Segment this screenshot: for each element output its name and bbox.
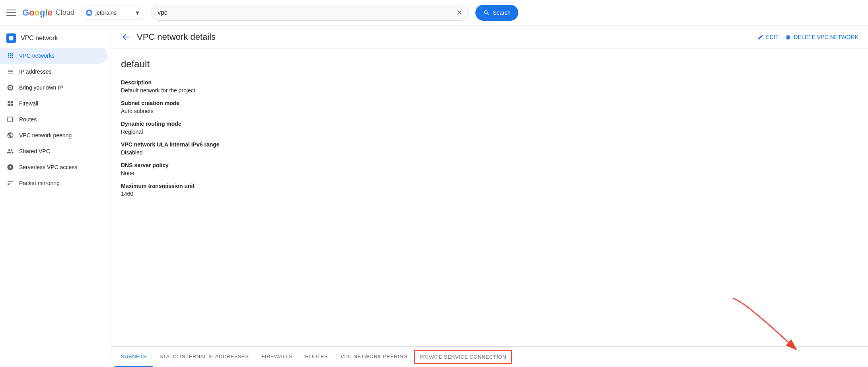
- delete-label: DELETE VPC NETWORK: [794, 34, 858, 40]
- description-label: Description: [121, 79, 858, 86]
- ip-addresses-icon: [6, 68, 14, 76]
- edit-label: EDIT: [766, 34, 779, 40]
- search-button-label: Search: [493, 10, 510, 16]
- vpc-networks-icon: [6, 52, 14, 60]
- content-header: VPC network details EDIT DELETE VPC NETW…: [111, 25, 868, 49]
- delete-vpc-button[interactable]: DELETE VPC NETWORK: [785, 34, 858, 40]
- sidebar-item-ip-label: IP addresses: [19, 68, 51, 75]
- search-clear-icon[interactable]: ✕: [456, 8, 462, 17]
- svg-point-1: [10, 87, 12, 89]
- sidebar-item-bring-your-own-ip[interactable]: Bring your own IP: [0, 80, 108, 96]
- subnet-mode-label: Subnet creation mode: [121, 100, 858, 106]
- content-area: VPC network details EDIT DELETE VPC NETW…: [111, 25, 868, 367]
- vpc-network-icon: [6, 33, 16, 43]
- cloud-text: Cloud: [56, 8, 74, 17]
- sidebar-item-vpc-networks[interactable]: VPC networks: [0, 48, 108, 64]
- sidebar-item-firewall-label: Firewall: [19, 100, 38, 107]
- sidebar-item-firewall[interactable]: Firewall: [0, 96, 108, 111]
- detail-subnet-mode: Subnet creation mode Auto subnets: [121, 100, 858, 114]
- routes-icon: [6, 115, 14, 123]
- sidebar-item-serverless-vpc-label: Serverless VPC access: [19, 164, 77, 170]
- ipv6-range-value: Disabled: [121, 149, 858, 156]
- content-body: default Description Default network for …: [111, 49, 868, 346]
- edit-button[interactable]: EDIT: [757, 34, 779, 40]
- description-value: Default network for the project: [121, 87, 858, 94]
- tabs-container: SUBNETS STATIC INTERNAL IP ADDRESSES FIR…: [111, 346, 868, 367]
- tab-subnets[interactable]: SUBNETS: [115, 347, 153, 367]
- sidebar-item-ip-addresses[interactable]: IP addresses: [0, 64, 108, 80]
- tab-firewalls[interactable]: FIREWALLS: [255, 347, 299, 367]
- routing-mode-label: Dynamic routing mode: [121, 121, 858, 127]
- tab-static-internal-ip[interactable]: STATIC INTERNAL IP ADDRESSES: [153, 347, 255, 367]
- serverless-vpc-icon: [6, 163, 14, 171]
- sidebar-item-packet-mirroring-label: Packet mirroring: [19, 180, 60, 186]
- sidebar-item-vpc-networks-label: VPC networks: [19, 53, 54, 59]
- chevron-down-icon: ▾: [136, 8, 139, 17]
- sidebar-item-shared-vpc-label: Shared VPC: [19, 148, 50, 154]
- sidebar-item-byoi-label: Bring your own IP: [19, 84, 63, 91]
- routing-mode-value: Regional: [121, 129, 858, 135]
- firewall-icon: [6, 100, 14, 107]
- header-actions: EDIT DELETE VPC NETWORK: [757, 34, 858, 40]
- sidebar-item-routes[interactable]: Routes: [0, 111, 108, 127]
- packet-mirroring-icon: [6, 179, 14, 187]
- dns-policy-label: DNS server policy: [121, 162, 858, 168]
- bring-your-own-ip-icon: [6, 84, 14, 92]
- detail-ipv6-range: VPC network ULA internal IPv6 range Disa…: [121, 141, 858, 156]
- subnet-mode-value: Auto subnets: [121, 108, 858, 114]
- shared-vpc-icon: [6, 147, 14, 155]
- detail-description: Description Default network for the proj…: [121, 79, 858, 94]
- project-dot: [86, 10, 92, 16]
- detail-routing-mode: Dynamic routing mode Regional: [121, 121, 858, 135]
- ipv6-range-label: VPC network ULA internal IPv6 range: [121, 141, 858, 148]
- menu-icon[interactable]: [6, 8, 16, 18]
- network-name: default: [121, 59, 858, 70]
- tabs-area: SUBNETS STATIC INTERNAL IP ADDRESSES FIR…: [111, 346, 868, 367]
- back-button[interactable]: [121, 32, 130, 42]
- project-selector[interactable]: jetbrains ▾: [81, 6, 144, 20]
- search-button[interactable]: Search: [475, 5, 518, 21]
- search-input[interactable]: [158, 9, 453, 16]
- mtu-label: Maximum transmission unit: [121, 183, 858, 189]
- tab-vpc-network-peering[interactable]: VPC NETWORK PEERING: [334, 347, 414, 367]
- mtu-value: 1460: [121, 191, 858, 197]
- google-cloud-logo[interactable]: Google Cloud: [22, 8, 74, 18]
- dns-policy-value: None: [121, 170, 858, 176]
- vpc-peering-icon: [6, 131, 14, 139]
- sidebar-item-packet-mirroring[interactable]: Packet mirroring: [0, 175, 108, 191]
- sidebar-item-serverless-vpc[interactable]: Serverless VPC access: [0, 159, 108, 175]
- tab-private-service-connection[interactable]: PRIVATE SERVICE CONNECTION: [414, 350, 512, 364]
- sidebar-item-shared-vpc[interactable]: Shared VPC: [0, 143, 108, 159]
- sidebar: VPC network VPC networks IP addresses Br…: [0, 25, 111, 367]
- sidebar-title: VPC network: [21, 35, 58, 42]
- detail-dns-policy: DNS server policy None: [121, 162, 858, 176]
- sidebar-item-vpc-peering[interactable]: VPC network peering: [0, 127, 108, 143]
- search-icon: [483, 10, 490, 16]
- main-layout: VPC network VPC networks IP addresses Br…: [0, 25, 868, 367]
- tab-routes[interactable]: ROUTES: [299, 347, 334, 367]
- page-title: VPC network details: [137, 32, 216, 42]
- topbar: Google Cloud jetbrains ▾ ✕ Search: [0, 0, 868, 25]
- google-g-letter: Google: [22, 8, 53, 18]
- sidebar-item-vpc-peering-label: VPC network peering: [19, 132, 72, 139]
- search-bar: ✕: [151, 5, 469, 21]
- sidebar-item-routes-label: Routes: [19, 116, 37, 123]
- detail-mtu: Maximum transmission unit 1460: [121, 183, 858, 197]
- sidebar-header: VPC network: [0, 29, 111, 48]
- project-name: jetbrains: [95, 10, 132, 16]
